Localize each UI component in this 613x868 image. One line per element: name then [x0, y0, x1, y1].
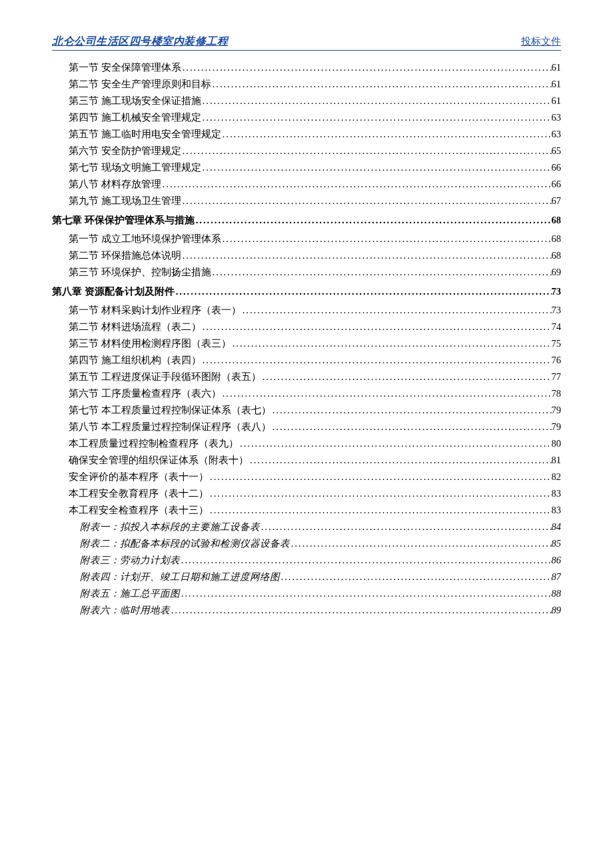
- toc-entry-page: 73: [552, 287, 562, 297]
- toc-entry-label: 第八节 本工程质量过程控制保证程序（表八）: [69, 422, 271, 432]
- toc-entry-page: 63: [552, 129, 562, 139]
- toc-entry-page: 88: [552, 589, 562, 599]
- toc-entry-label: 第八节 材料存放管理: [69, 179, 161, 189]
- toc-entry-page: 87: [552, 572, 562, 582]
- toc-entry: 第七节 本工程质量过程控制保证体系（表七）79: [52, 405, 561, 415]
- toc-entry-label: 本工程质量过程控制检查程序（表九）: [69, 439, 239, 449]
- toc-entry-label: 第七章 环保保护管理体系与措施: [52, 215, 195, 225]
- toc-leader-dots: [201, 163, 552, 173]
- toc-entry-page: 83: [552, 489, 562, 499]
- toc-entry-label: 第八章 资源配备计划及附件: [52, 287, 175, 297]
- toc-entry: 第七章 环保保护管理体系与措施68: [52, 215, 561, 225]
- toc-leader-dots: [271, 405, 552, 415]
- toc-leader-dots: [180, 589, 552, 599]
- toc-entry: 第八章 资源配备计划及附件73: [52, 287, 561, 297]
- toc-leader-dots: [241, 305, 552, 315]
- toc-entry-label: 第七节 本工程质量过程控制保证体系（表七）: [69, 405, 271, 415]
- toc-entry: 附表三：劳动力计划表86: [52, 555, 561, 565]
- toc-entry: 第三节 环境保护、控制扬尘措施69: [52, 267, 561, 277]
- toc-leader-dots: [221, 234, 552, 244]
- toc-entry-page: 82: [552, 472, 562, 482]
- toc-entry-page: 61: [552, 79, 562, 89]
- toc-entry: 附表二：拟配备本标段的试验和检测仪器设备表85: [52, 539, 561, 549]
- toc-entry: 附表五：施工总平面图88: [52, 589, 561, 599]
- toc-entry: 第二节 环保措施总体说明68: [52, 251, 561, 261]
- toc-leader-dots: [201, 322, 552, 332]
- toc-entry-page: 65: [552, 146, 562, 156]
- toc-entry: 第四节 施工组织机构（表四）76: [52, 355, 561, 365]
- toc-entry-label: 附表四：计划开、竣工日期和施工进度网络图: [80, 572, 280, 582]
- toc-leader-dots: [211, 267, 552, 277]
- toc-entry: 安全评价的基本程序（表十一）82: [52, 472, 561, 482]
- toc-entry-label: 安全评价的基本程序（表十一）: [69, 472, 209, 482]
- toc-entry-label: 第二节 材料进场流程（表二）: [69, 322, 201, 332]
- toc-leader-dots: [175, 287, 552, 297]
- toc-entry-page: 83: [552, 505, 562, 515]
- toc-leader-dots: [161, 179, 552, 189]
- toc-leader-dots: [170, 605, 552, 615]
- page-header: 北仑公司生活区四号楼室内装修工程 投标文件: [52, 35, 561, 51]
- toc-entry-label: 第四节 施工机械安全管理规定: [69, 113, 201, 123]
- toc-entry-page: 63: [552, 113, 562, 123]
- toc-entry: 确保安全管理的组织保证体系（附表十）81: [52, 455, 561, 465]
- toc-leader-dots: [280, 572, 552, 582]
- toc-leader-dots: [201, 355, 552, 365]
- toc-entry-page: 68: [552, 234, 562, 244]
- toc-entry-label: 第一节 安全保障管理体系: [69, 63, 181, 73]
- toc-entry-label: 第六节 安全防护管理规定: [69, 146, 181, 156]
- toc-entry: 第五节 施工临时用电安全管理规定63: [52, 129, 561, 139]
- toc-leader-dots: [221, 389, 552, 399]
- toc-leader-dots: [209, 505, 552, 515]
- toc-entry-label: 第六节 工序质量检查程序（表六）: [69, 389, 221, 399]
- toc-entry: 第九节 施工现场卫生管理67: [52, 196, 561, 206]
- toc-entry-page: 68: [552, 215, 562, 225]
- toc-entry: 第七节 现场文明施工管理规定66: [52, 163, 561, 173]
- toc-entry: 第六节 工序质量检查程序（表六）78: [52, 389, 561, 399]
- toc-leader-dots: [181, 251, 552, 261]
- toc-leader-dots: [231, 339, 552, 349]
- toc-leader-dots: [249, 455, 552, 465]
- toc-entry: 第六节 安全防护管理规定65: [52, 146, 561, 156]
- toc-leader-dots: [290, 539, 552, 549]
- table-of-contents: 第一节 安全保障管理体系61第二节 安全生产管理原则和目标61第三节 施工现场安…: [52, 63, 561, 615]
- toc-leader-dots: [201, 96, 552, 106]
- toc-entry-label: 第一节 材料采购计划作业程序（表一）: [69, 305, 241, 315]
- toc-entry: 第一节 材料采购计划作业程序（表一）73: [52, 305, 561, 315]
- toc-entry: 第四节 施工机械安全管理规定63: [52, 113, 561, 123]
- toc-entry: 附表六：临时用地表89: [52, 605, 561, 615]
- toc-leader-dots: [239, 439, 552, 449]
- toc-entry: 第二节 安全生产管理原则和目标61: [52, 79, 561, 89]
- toc-entry-page: 66: [552, 163, 562, 173]
- toc-entry-label: 第七节 现场文明施工管理规定: [69, 163, 201, 173]
- toc-entry: 第三节 材料使用检测程序图（表三）75: [52, 339, 561, 349]
- toc-entry-label: 第一节 成立工地环境保护管理体系: [69, 234, 221, 244]
- toc-leader-dots: [181, 63, 552, 73]
- toc-entry-label: 第二节 环保措施总体说明: [69, 251, 181, 261]
- toc-entry-page: 89: [552, 605, 562, 615]
- toc-entry-page: 61: [552, 63, 562, 73]
- toc-leader-dots: [221, 129, 552, 139]
- toc-entry-page: 76: [552, 355, 562, 365]
- toc-entry: 第八节 材料存放管理66: [52, 179, 561, 189]
- toc-entry-page: 84: [552, 522, 562, 532]
- toc-leader-dots: [209, 489, 552, 499]
- toc-entry-label: 第四节 施工组织机构（表四）: [69, 355, 201, 365]
- toc-leader-dots: [261, 372, 552, 382]
- toc-entry-page: 66: [552, 179, 562, 189]
- toc-entry-label: 第五节 工程进度保证手段循环图附（表五）: [69, 372, 261, 382]
- toc-entry-label: 第三节 环境保护、控制扬尘措施: [69, 267, 211, 277]
- toc-entry: 第一节 成立工地环境保护管理体系68: [52, 234, 561, 244]
- toc-entry-page: 77: [552, 372, 562, 382]
- toc-leader-dots: [211, 79, 552, 89]
- toc-entry: 第二节 材料进场流程（表二）74: [52, 322, 561, 332]
- toc-entry-label: 第九节 施工现场卫生管理: [69, 196, 181, 206]
- toc-entry: 第五节 工程进度保证手段循环图附（表五）77: [52, 372, 561, 382]
- toc-entry: 本工程质量过程控制检查程序（表九）80: [52, 439, 561, 449]
- toc-leader-dots: [180, 555, 552, 565]
- toc-entry-page: 73: [552, 305, 562, 315]
- toc-entry-page: 79: [552, 422, 562, 432]
- header-title-left: 北仑公司生活区四号楼室内装修工程: [52, 35, 228, 49]
- toc-entry-label: 第五节 施工临时用电安全管理规定: [69, 129, 221, 139]
- toc-entry: 第八节 本工程质量过程控制保证程序（表八）79: [52, 422, 561, 432]
- toc-entry: 本工程安全教育程序（表十二）83: [52, 489, 561, 499]
